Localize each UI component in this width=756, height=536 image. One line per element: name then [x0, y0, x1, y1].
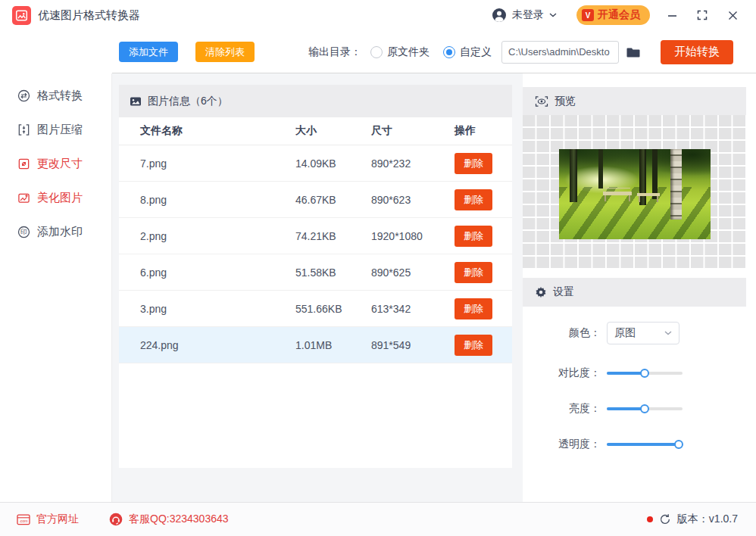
color-setting-row: 颜色： 原图 [523, 322, 746, 344]
right-margin [746, 73, 756, 502]
brightness-label: 亮度： [523, 402, 601, 416]
app-logo-icon [12, 6, 31, 25]
sidebar-item-watermark[interactable]: 印 添加水印 [0, 215, 111, 249]
vip-upgrade-button[interactable]: V 开通会员 [576, 5, 650, 25]
refresh-icon[interactable] [659, 513, 671, 525]
cell-dimensions: 890*625 [371, 266, 455, 279]
cell-size: 74.21KB [295, 230, 371, 242]
add-files-button[interactable]: 添加文件 [119, 42, 178, 62]
tree-trunk [652, 149, 658, 199]
resize-icon [17, 157, 30, 170]
image-info-icon [130, 95, 142, 108]
minimize-button[interactable] [661, 4, 683, 26]
statusbar: .com 官方网址 客服QQ:3234303643 版本：v1.0.7 [0, 502, 756, 536]
cell-size: 46.67KB [295, 194, 371, 206]
delete-button[interactable]: 删除 [455, 335, 492, 356]
titlebar: 优速图片格式转换器 未登录 V 开通会员 [0, 0, 756, 30]
support-qq-link[interactable]: 客服QQ:3234303643 [109, 513, 229, 526]
sidebar-item-label: 图片压缩 [37, 123, 83, 137]
table-row[interactable]: 2.png 74.21KB 1920*1080 删除 [119, 218, 512, 254]
opacity-slider[interactable] [607, 443, 683, 446]
beautify-icon [17, 192, 30, 204]
brightness-slider[interactable] [607, 407, 683, 410]
sidebar-item-format-convert[interactable]: 格式转换 [0, 79, 111, 113]
chevron-down-icon [549, 13, 557, 17]
delete-button[interactable]: 删除 [455, 189, 492, 210]
svg-text:.com: .com [19, 519, 27, 523]
sidebar-item-image-compress[interactable]: 图片压缩 [0, 113, 111, 147]
slider-thumb[interactable] [674, 440, 683, 449]
com-icon: .com [17, 514, 30, 525]
delete-button[interactable]: 删除 [455, 298, 492, 319]
preview-image[interactable] [559, 149, 711, 239]
cell-filename: 224.png [140, 339, 295, 351]
preview-area [523, 115, 746, 269]
browse-folder-icon[interactable] [626, 46, 641, 58]
contrast-slider-row: 对比度： [523, 366, 746, 380]
cell-filename: 2.png [140, 230, 295, 242]
login-status: 未登录 [512, 8, 544, 22]
support-qq-label: 客服QQ:3234303643 [129, 513, 229, 526]
select-chevron-icon [664, 331, 672, 335]
cell-dimensions: 613*342 [371, 303, 455, 315]
cell-dimensions: 1920*1080 [371, 230, 455, 242]
radio-original-folder[interactable]: 原文件夹 [370, 45, 430, 59]
convert-icon [17, 89, 30, 102]
radio-custom-folder[interactable]: 自定义 [443, 45, 492, 59]
cell-filename: 8.png [140, 194, 295, 206]
col-dimensions: 尺寸 [371, 124, 455, 138]
delete-button[interactable]: 删除 [455, 262, 492, 283]
cell-filename: 6.png [140, 266, 295, 279]
app-window: 优速图片格式转换器 未登录 V 开通会员 添加文件 清除列表 输出目录： [0, 0, 756, 536]
toolbar: 添加文件 清除列表 输出目录： 原文件夹 自定义 开始转换 [0, 30, 756, 73]
user-avatar-icon [492, 8, 507, 23]
preview-image-shadows [559, 187, 711, 239]
sidebar-item-label: 格式转换 [37, 89, 83, 103]
color-select[interactable]: 原图 [607, 322, 679, 344]
table-row[interactable]: 224.png 1.01MB 891*549 删除 [119, 327, 512, 363]
version-area: 版本：v1.0.7 [647, 513, 738, 526]
preview-eye-icon [535, 95, 548, 108]
radio-custom-circle[interactable] [443, 46, 455, 58]
table-row[interactable]: 8.png 46.67KB 890*623 删除 [119, 182, 512, 218]
official-website-link[interactable]: .com 官方网址 [17, 513, 79, 526]
user-login-menu[interactable]: 未登录 [492, 8, 557, 23]
table-row[interactable]: 7.png 14.09KB 890*232 删除 [119, 145, 512, 182]
cell-size: 551.66KB [295, 303, 371, 315]
table-row[interactable]: 3.png 551.66KB 613*342 删除 [119, 291, 512, 327]
output-dir-label: 输出目录： [308, 45, 361, 59]
slider-thumb[interactable] [640, 404, 649, 413]
table-row[interactable]: 6.png 51.58KB 890*625 删除 [119, 254, 512, 291]
close-button[interactable] [721, 4, 744, 26]
svg-text:印: 印 [20, 228, 27, 235]
main-content: 图片信息（6个） 文件名称 大小 尺寸 操作 7.png 14.09KB 890… [112, 73, 523, 502]
output-path-input[interactable] [501, 41, 619, 64]
app-title: 优速图片格式转换器 [38, 8, 140, 23]
file-list-card: 图片信息（6个） 文件名称 大小 尺寸 操作 7.png 14.09KB 890… [119, 85, 512, 468]
cell-dimensions: 891*549 [371, 339, 455, 351]
table-header: 文件名称 大小 尺寸 操作 [119, 117, 512, 145]
opacity-slider-row: 透明度： [523, 438, 746, 451]
sidebar-item-resize[interactable]: 更改尺寸 [0, 147, 111, 181]
settings-header: 设置 [523, 278, 746, 307]
clear-list-button[interactable]: 清除列表 [195, 42, 255, 62]
tree-trunk [598, 149, 603, 189]
file-list-title: 图片信息（6个） [148, 95, 228, 108]
opacity-label: 透明度： [523, 438, 601, 451]
start-convert-button[interactable]: 开始转换 [661, 40, 733, 64]
contrast-slider[interactable] [607, 372, 683, 375]
gear-icon [535, 286, 547, 298]
delete-button[interactable]: 删除 [455, 153, 492, 174]
sidebar: 格式转换 图片压缩 更改尺寸 美化图片 [0, 73, 112, 502]
cell-dimensions: 890*623 [371, 194, 455, 206]
col-actions: 操作 [455, 124, 512, 138]
radio-original-circle[interactable] [370, 46, 383, 58]
vip-icon: V [582, 9, 594, 21]
park-bench [637, 193, 660, 196]
sidebar-item-beautify[interactable]: 美化图片 [0, 181, 111, 215]
slider-thumb[interactable] [640, 369, 649, 378]
cell-filename: 3.png [140, 303, 295, 315]
tree-trunk [570, 149, 577, 202]
delete-button[interactable]: 删除 [455, 226, 492, 247]
maximize-button[interactable] [691, 4, 714, 26]
